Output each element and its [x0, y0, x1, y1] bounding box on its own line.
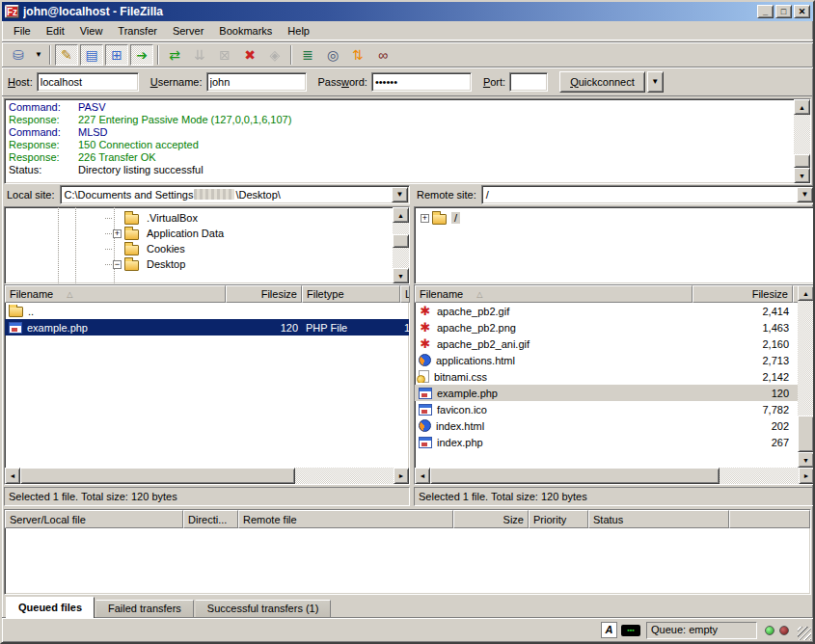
data-type-indicator-icon[interactable]: A — [601, 622, 617, 638]
scroll-down-icon[interactable]: ▼ — [794, 168, 810, 183]
file-row[interactable]: apache_pb2_ani.gif 2,160 — [415, 335, 798, 352]
toggle-message-log-button[interactable]: ✎ — [55, 44, 78, 66]
tree-item-application-data[interactable]: + Application Data — [5, 226, 393, 241]
column-header-filename[interactable]: Filename△ — [5, 285, 226, 303]
tree-item-root[interactable]: + / — [415, 210, 814, 226]
tree-item-cookies[interactable]: Cookies — [5, 241, 393, 256]
host-input[interactable] — [37, 72, 139, 92]
scroll-thumb[interactable] — [430, 468, 720, 484]
toolbar-separator — [157, 45, 159, 65]
minimize-button[interactable]: _ — [757, 5, 774, 18]
menu-edit[interactable]: Edit — [39, 23, 72, 39]
quickconnect-dropdown[interactable]: ▼ — [647, 71, 664, 93]
file-row-example-php[interactable]: example.php 120 PHP File 1 — [5, 319, 409, 335]
file-row[interactable]: bitnami.css 2,142 — [415, 368, 798, 385]
compare-directories-button[interactable]: ◎ — [321, 44, 344, 66]
menu-view[interactable]: View — [72, 23, 111, 39]
close-button[interactable]: ✕ — [794, 5, 810, 18]
scroll-up-icon[interactable]: ▲ — [393, 207, 409, 223]
toggle-remote-tree-button[interactable]: ⊞ — [105, 44, 128, 66]
port-input[interactable] — [509, 72, 548, 92]
column-header-filetype[interactable]: Filetype — [302, 285, 400, 303]
log-scrollbar[interactable]: ▲ ▼ — [794, 99, 810, 183]
column-header-remote-file[interactable]: Remote file — [238, 510, 453, 528]
column-header-size[interactable]: Size — [453, 510, 529, 528]
reconnect-button[interactable]: ◈ — [263, 44, 286, 66]
local-site-combo[interactable]: C:\Documents and Settings\Desktop\ ▼ — [60, 185, 410, 204]
site-manager-button[interactable]: ⛁ — [7, 44, 30, 66]
scroll-thumb[interactable] — [798, 416, 814, 452]
tab-queued-files[interactable]: Queued files — [6, 597, 95, 618]
tab-successful-transfers[interactable]: Successful transfers (1) — [195, 600, 332, 618]
local-tree-scrollbar[interactable]: ▲ ▼ — [393, 207, 409, 283]
synchronized-browsing-button[interactable]: ⇅ — [346, 44, 369, 66]
column-header-filename[interactable]: Filename△ — [415, 285, 693, 303]
file-row[interactable]: index.html 202 — [415, 417, 798, 434]
scroll-down-icon[interactable]: ▼ — [798, 452, 814, 468]
file-row[interactable]: apache_pb2.gif 2,414 — [415, 303, 798, 319]
remote-site-dropdown-icon[interactable]: ▼ — [797, 187, 813, 202]
file-row[interactable]: favicon.ico 7,782 — [415, 401, 798, 417]
scroll-thumb[interactable] — [393, 234, 409, 248]
column-header-lastmodified[interactable]: L — [400, 285, 410, 303]
column-header-status[interactable]: Status — [588, 510, 729, 528]
image-file-icon — [419, 321, 432, 334]
tab-failed-transfers[interactable]: Failed transfers — [95, 600, 194, 618]
menu-transfer[interactable]: Transfer — [110, 23, 165, 39]
cancel-operation-button[interactable]: ⊠ — [213, 44, 236, 66]
maximize-button[interactable]: □ — [775, 5, 792, 18]
menu-bookmarks[interactable]: Bookmarks — [211, 23, 280, 39]
filter-button[interactable]: ≣ — [296, 44, 319, 66]
scroll-track[interactable] — [295, 468, 394, 484]
scroll-thumb[interactable] — [20, 468, 295, 484]
parent-directory-row[interactable]: .. — [5, 303, 409, 319]
scroll-right-icon[interactable]: ► — [799, 468, 814, 484]
tree-item-desktop[interactable]: − Desktop — [5, 256, 393, 272]
process-queue-button[interactable]: ⇊ — [188, 44, 211, 66]
password-input[interactable] — [371, 72, 472, 92]
scroll-track[interactable] — [798, 301, 814, 416]
username-input[interactable] — [206, 72, 307, 92]
scroll-track[interactable] — [393, 248, 409, 268]
collapse-icon[interactable]: − — [113, 260, 122, 269]
remote-hscrollbar[interactable]: ◄ ► — [415, 468, 814, 484]
scroll-down-icon[interactable]: ▼ — [393, 268, 409, 283]
file-row-example-php[interactable]: example.php 120 — [415, 385, 798, 401]
remote-vscrollbar[interactable]: ▲ ▼ — [798, 285, 814, 468]
menu-file[interactable]: File — [6, 23, 39, 39]
scroll-up-icon[interactable]: ▲ — [798, 285, 814, 301]
toggle-local-tree-button[interactable]: ▤ — [80, 44, 103, 66]
scroll-track[interactable] — [720, 468, 799, 484]
remote-site-combo[interactable]: / ▼ — [481, 185, 815, 204]
tree-item-virtualbox[interactable]: .VirtualBox — [5, 210, 393, 226]
menu-help[interactable]: Help — [280, 23, 317, 39]
site-manager-dropdown[interactable]: ▼ — [32, 44, 45, 66]
local-hscrollbar[interactable]: ◄ ► — [5, 468, 409, 484]
file-row[interactable]: applications.html 2,713 — [415, 352, 798, 368]
column-header-direction[interactable]: Directi... — [183, 510, 238, 528]
file-row[interactable]: apache_pb2.png 1,463 — [415, 319, 798, 335]
scroll-track[interactable] — [794, 115, 810, 154]
scroll-left-icon[interactable]: ◄ — [415, 468, 430, 484]
find-files-button[interactable]: ∞ — [371, 44, 394, 66]
scroll-right-icon[interactable]: ► — [394, 468, 409, 484]
speed-limit-indicator-icon[interactable]: ▪▪▪ — [621, 625, 640, 636]
resize-grip[interactable] — [798, 627, 811, 640]
scroll-thumb[interactable] — [794, 154, 810, 168]
column-header-filesize[interactable]: Filesize — [226, 285, 302, 303]
scroll-up-icon[interactable]: ▲ — [794, 99, 810, 115]
disconnect-button[interactable]: ✖ — [238, 44, 261, 66]
menu-server[interactable]: Server — [165, 23, 211, 39]
toggle-transfer-queue-button[interactable]: ➔ — [130, 44, 153, 66]
expand-icon[interactable]: + — [113, 229, 122, 238]
refresh-button[interactable]: ⇄ — [163, 44, 186, 66]
local-site-dropdown-icon[interactable]: ▼ — [392, 187, 408, 202]
column-header-priority[interactable]: Priority — [529, 510, 588, 528]
column-header-filesize[interactable]: Filesize — [693, 285, 793, 303]
file-row[interactable]: index.php 267 — [415, 434, 798, 450]
column-header-server-local-file[interactable]: Server/Local file — [5, 510, 183, 528]
scroll-left-icon[interactable]: ◄ — [5, 468, 20, 484]
expand-icon[interactable]: + — [421, 214, 429, 223]
quickconnect-button[interactable]: Quickconnect — [559, 71, 645, 93]
scroll-track[interactable] — [393, 223, 409, 234]
